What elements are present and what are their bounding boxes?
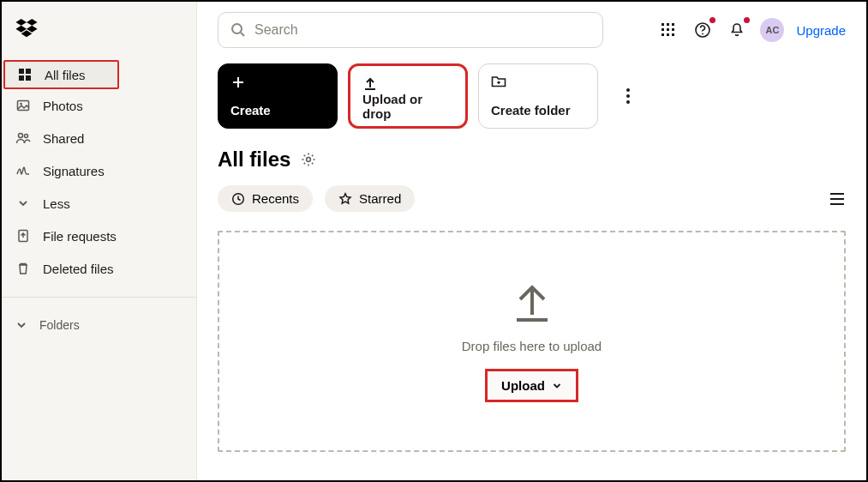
top-icons: AC Upgrade — [657, 18, 846, 42]
svg-point-26 — [626, 88, 630, 92]
nav-label: Signatures — [43, 164, 105, 178]
svg-point-28 — [626, 100, 630, 104]
nav-deleted-files[interactable]: Deleted files — [2, 252, 196, 285]
svg-rect-17 — [672, 23, 674, 26]
new-folder-icon — [491, 75, 506, 90]
svg-rect-7 — [19, 75, 24, 81]
help-icon[interactable] — [691, 19, 714, 41]
upload-large-icon — [510, 280, 554, 323]
nav-file-requests[interactable]: File requests — [2, 220, 196, 252]
heading-row: All files — [218, 148, 846, 172]
svg-rect-18 — [661, 28, 664, 31]
bell-icon[interactable] — [726, 19, 748, 41]
svg-rect-21 — [661, 33, 664, 36]
svg-rect-20 — [672, 28, 674, 31]
svg-rect-16 — [667, 23, 669, 26]
nav-label: All files — [45, 68, 86, 82]
folders-toggle[interactable]: Folders — [2, 310, 196, 340]
star-icon — [338, 192, 352, 206]
svg-point-14 — [232, 24, 242, 33]
trash-icon — [15, 261, 31, 276]
nav-photos[interactable]: Photos — [2, 89, 196, 122]
chevron-down-icon — [552, 381, 562, 391]
main: AC Upgrade Create Upload or drop — [197, 2, 866, 480]
nav-list: All files Photos Shared Signatures — [2, 60, 196, 285]
list-view-icon[interactable] — [829, 192, 846, 206]
nav-label: Shared — [43, 131, 84, 146]
svg-marker-0 — [15, 19, 27, 26]
upload-icon — [362, 76, 378, 92]
card-label: Create folder — [491, 103, 585, 117]
app-root: All files Photos Shared Signatures — [2, 2, 866, 480]
nav-label: Less — [43, 196, 70, 211]
svg-point-12 — [25, 135, 28, 138]
notification-dot — [744, 17, 750, 23]
nav-label: Deleted files — [43, 262, 114, 276]
clock-icon — [231, 192, 245, 206]
create-card[interactable]: Create — [218, 63, 338, 129]
upload-button-label: Upload — [501, 378, 545, 393]
nav-label: Photos — [43, 99, 83, 113]
svg-point-29 — [307, 158, 311, 162]
chevron-down-icon — [15, 319, 27, 331]
search-box[interactable] — [218, 12, 603, 48]
card-label: Create — [230, 103, 325, 117]
svg-point-25 — [703, 33, 704, 35]
people-icon — [15, 130, 31, 146]
svg-rect-15 — [661, 23, 664, 26]
grid-icon — [17, 67, 33, 82]
nav-less[interactable]: Less — [2, 187, 196, 220]
svg-point-27 — [626, 94, 630, 98]
notification-dot — [709, 17, 715, 23]
chip-label: Starred — [359, 191, 401, 206]
chevron-down-icon — [15, 196, 31, 211]
svg-rect-23 — [672, 33, 674, 36]
nav-label: File requests — [43, 229, 117, 244]
svg-rect-8 — [26, 75, 31, 81]
signature-icon — [15, 163, 31, 178]
svg-marker-1 — [27, 19, 38, 26]
svg-rect-19 — [667, 28, 669, 31]
recents-chip[interactable]: Recents — [218, 185, 313, 212]
plus-icon — [230, 75, 246, 90]
upgrade-link[interactable]: Upgrade — [796, 23, 846, 38]
page-title: All files — [218, 148, 290, 172]
folders-label: Folders — [39, 318, 80, 332]
nav-shared[interactable]: Shared — [2, 122, 196, 154]
gear-icon[interactable] — [301, 152, 316, 167]
action-cards: Create Upload or drop Create folder — [218, 63, 846, 129]
card-label: Upload or drop — [362, 92, 453, 121]
svg-point-10 — [20, 103, 22, 105]
starred-chip[interactable]: Starred — [325, 185, 415, 212]
divider — [2, 297, 196, 298]
upload-card[interactable]: Upload or drop — [348, 63, 468, 129]
svg-rect-6 — [26, 69, 31, 74]
avatar[interactable]: AC — [760, 18, 784, 42]
sidebar: All files Photos Shared Signatures — [2, 2, 197, 480]
apps-grid-icon[interactable] — [657, 19, 679, 41]
search-icon — [230, 22, 246, 38]
nav-signatures[interactable]: Signatures — [2, 154, 196, 187]
svg-rect-5 — [19, 69, 24, 74]
topbar: AC Upgrade — [218, 12, 846, 48]
svg-point-11 — [19, 134, 23, 138]
upload-button[interactable]: Upload — [485, 369, 578, 402]
chip-label: Recents — [252, 191, 299, 206]
file-request-icon — [15, 228, 31, 244]
dropbox-logo-icon[interactable] — [2, 14, 196, 60]
filter-chips: Recents Starred — [218, 185, 846, 212]
svg-rect-22 — [667, 33, 669, 36]
create-folder-card[interactable]: Create folder — [478, 63, 598, 129]
nav-all-files[interactable]: All files — [3, 60, 119, 89]
dropzone-hint: Drop files here to upload — [462, 339, 602, 353]
photo-icon — [15, 98, 31, 113]
search-input[interactable] — [254, 22, 590, 38]
more-actions-icon[interactable] — [626, 87, 631, 105]
dropzone[interactable]: Drop files here to upload Upload — [218, 231, 846, 452]
